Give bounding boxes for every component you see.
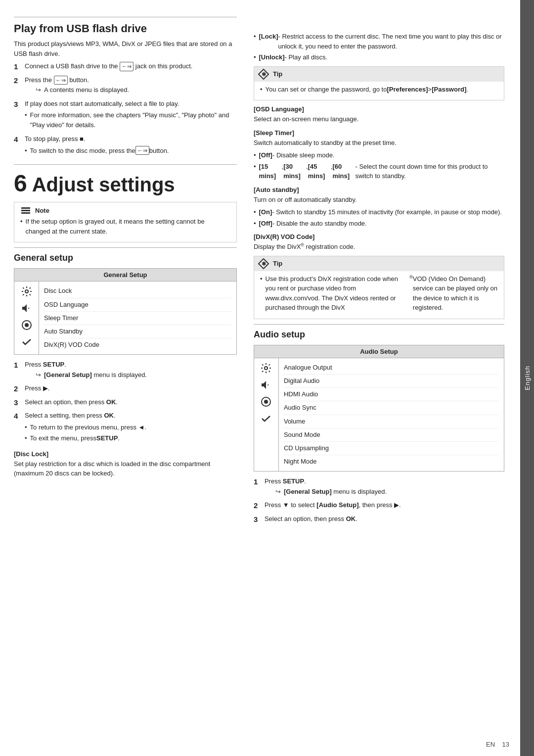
audio-check-icon [260,413,272,425]
audio-setup-table-header: Audio Setup [254,345,504,358]
audio-item-night-mode: Night Mode [284,455,499,468]
tip-1-bullets: You can set or change the password, go t… [260,85,498,94]
general-setup-divider [14,247,237,248]
audio-item-sync: Audio Sync [284,401,499,415]
note-line-3 [21,212,30,214]
usb-disc-icon: ←⇒ [135,146,149,155]
osd-language-label: [OSD Language] [254,105,504,113]
gs-step-2: 2 Press ▶. [14,383,237,395]
as-step-2-content: Press ▼ to select [Audio Setup], then pr… [265,500,504,510]
disc-lock-bullet-2: [Unlock] - Play all discs. [254,52,504,62]
audio-gear-icon [260,362,272,374]
svg-point-0 [25,290,28,293]
usb-intro: This product plays/views MP3, WMA, DivX … [14,39,237,58]
gs-step-2-content: Press ▶. [25,383,237,393]
disc-lock-bullet-1: [Lock] - Restrict access to the current … [254,32,504,51]
audio-item-hdmi: HDMI Audio [284,388,499,401]
audio-setup-items: Analogue Output Digital Audio HDMI Audio… [279,358,504,472]
check-icon [21,336,33,348]
note-label: Note [35,207,49,214]
usb-steps: 1 Connect a USB flash drive to the ←⇒ ja… [14,61,237,157]
general-setup-icons [14,282,39,354]
disc-lock-label: [Disc Lock] [14,450,237,458]
tip-icon-1: ✱ [258,69,269,80]
tip-box-1: ✱ Tip You can set or change the password… [254,66,504,101]
usb-icon: ←⇒ [120,62,134,71]
side-tab-label: English [524,366,531,390]
chapter-title: Adjust settings [32,174,175,195]
page-footer: EN 13 [486,741,509,748]
auto-standby-label: [Auto standby] [254,186,504,193]
gs-step-4-bullets: To return to the previous menu, press ◄.… [25,423,237,443]
divx-vod-label: [DivX(R) VOD Code] [254,233,504,240]
auto-standby-bullet-2: [Off] - Disable the auto standby mode. [254,219,504,229]
general-setup-table-header: General Setup [14,269,236,282]
audio-setup-icons [254,358,279,472]
audio-setup-steps: 1 Press SETUP. ↪ [General Setup] menu is… [254,476,504,525]
auto-standby-bullets: [On] - Switch to standby 15 minutes of i… [254,207,504,228]
disc-lock-right-bullets: [Lock] - Restrict access to the current … [254,32,504,62]
setup-item-auto-standby: Auto Standby [44,325,231,338]
gs-step-4-content: Select a setting, then press OK. To retu… [25,411,237,445]
general-setup-title: General setup [14,253,237,263]
left-column: Play from USB flash drive This product p… [14,12,249,744]
gs-step-3-content: Select an option, then press OK. [25,397,237,407]
step-2-arrow: ↪ A contents menu is displayed. [36,85,237,95]
top-divider [14,17,237,17]
general-setup-table-body: Disc Lock OSD Language Sleep Timer Auto … [14,282,236,354]
step-4-content: To stop play, press ■. To switch to the … [25,134,237,157]
audio-item-analogue: Analogue Output [284,361,499,375]
step-num-4: 4 [14,134,25,145]
osd-language-text: Select an on-screen menu language. [254,114,504,124]
as-step-num-3: 3 [254,514,265,525]
sleep-timer-bullets: [Off] - Disable sleep mode. [15 mins], [… [254,150,504,181]
note-line-2 [21,210,30,211]
usb-section-title: Play from USB flash drive [14,22,237,35]
chapter-number: 6 [14,170,27,196]
disc-icon [21,319,33,331]
usb-btn-icon: ←⇒ [54,76,68,85]
svg-point-7 [265,367,267,370]
speaker-icon [21,302,33,314]
gs-step-num-3: 3 [14,397,25,409]
footer-lang: EN [486,741,495,748]
as-step-num-1: 1 [254,476,265,488]
audio-setup-divider [254,324,504,325]
usb-step-3: 3 If play does not start automatically, … [14,99,237,132]
as-step-1: 1 Press SETUP. ↪ [General Setup] menu is… [254,476,504,498]
gs-step-3: 3 Select an option, then press OK. [14,397,237,409]
general-setup-table: General Setup [14,268,237,355]
usb-step-4: 4 To stop play, press ■. To switch to th… [14,134,237,157]
side-tab: English [520,0,534,756]
tip-2-bullets: Use this product's DivX registration cod… [260,274,498,313]
tip-box-2: ✱ Tip Use this product's DivX registrati… [254,256,504,319]
step-4-bullet-1: To switch to the disc mode, press the ←⇒… [25,146,237,156]
step-3-content: If play does not start automatically, se… [25,99,237,132]
setup-item-osd: OSD Language [44,298,231,312]
note-box: Note If the setup option is grayed out, … [14,202,237,242]
sleep-timer-label: [Sleep Timer] [254,129,504,137]
svg-text:✱: ✱ [261,261,266,267]
audio-item-volume: Volume [284,415,499,428]
audio-setup-title: Audio setup [254,330,504,340]
gs-step-1-arrow: ↪ [General Setup] menu is displayed. [36,370,237,380]
note-bullets: If the setup option is grayed out, it me… [20,217,230,236]
usb-step-1: 1 Connect a USB flash drive to the ←⇒ ja… [14,61,237,73]
general-setup-items: Disc Lock OSD Language Sleep Timer Auto … [39,282,236,354]
gs-step-4: 4 Select a setting, then press OK. To re… [14,411,237,445]
gs-bullet-2: To exit the menu, press SETUP. [25,433,237,443]
gs-step-num-1: 1 [14,360,25,371]
audio-item-digital: Digital Audio [284,375,499,388]
step-num-2: 2 [14,75,25,87]
note-header: Note [20,206,230,214]
tip-label-2: Tip [273,260,282,267]
footer-page: 13 [502,741,509,748]
as-step-2: 2 Press ▼ to select [Audio Setup], then … [254,500,504,512]
audio-item-sound-mode: Sound Mode [284,428,499,442]
audio-setup-table-body: Analogue Output Digital Audio HDMI Audio… [254,358,504,472]
disc-lock-text: Set play restriction for a disc which is… [14,459,237,478]
audio-disc-icon [260,396,272,408]
svg-point-9 [265,400,267,403]
auto-standby-bullet-1: [On] - Switch to standby 15 minutes of i… [254,207,504,217]
step-3-bullet-1: For more information, see the chapters "… [25,110,237,130]
